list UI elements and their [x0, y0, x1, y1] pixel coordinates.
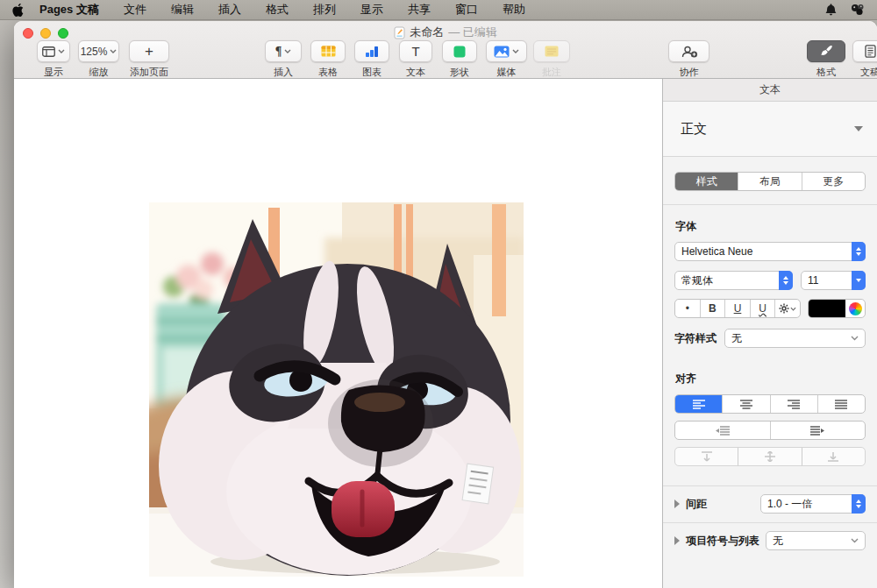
align-left-button[interactable]: [675, 395, 723, 413]
notification-bell-icon[interactable]: [825, 4, 837, 17]
menu-item-edit[interactable]: 编辑: [171, 2, 194, 18]
toolbar-collaborate[interactable]: 协作: [668, 40, 709, 62]
horizontal-alignment-control: [674, 394, 866, 414]
color-wheel-icon[interactable]: [849, 302, 862, 315]
inspector-header: 文本: [663, 79, 877, 102]
toolbar-document[interactable]: 文稿: [852, 40, 877, 62]
bold-button[interactable]: B: [701, 300, 726, 317]
menu-item-insert[interactable]: 插入: [218, 2, 241, 18]
stepper-icon[interactable]: [852, 242, 866, 261]
emphasis-dot-button[interactable]: •: [675, 300, 701, 317]
text-color-well[interactable]: [808, 299, 866, 318]
toolbar-insert-label: 插入: [274, 66, 293, 79]
chart-icon: [365, 46, 379, 57]
toolbar-table-label: 表格: [318, 66, 338, 79]
char-style-select[interactable]: 无: [724, 329, 866, 348]
toolbar-text-label: 文本: [406, 66, 425, 79]
chevron-down-icon: [284, 49, 291, 53]
toolbar-insert[interactable]: ¶ 插入: [265, 40, 302, 62]
char-style-value: 无: [731, 331, 742, 346]
window-chrome: 未命名 — 已编辑 显示 125% 缩放 + 添加页面: [14, 21, 877, 79]
spacing-select[interactable]: 1.0 - 一倍: [760, 494, 866, 514]
toolbar-add-page[interactable]: + 添加页面: [129, 40, 169, 62]
zoom-level-value: 125%: [81, 46, 108, 58]
document-title: 未命名: [410, 25, 444, 40]
font-weight-value: 常规体: [681, 273, 713, 288]
color-swatch-black[interactable]: [809, 300, 845, 317]
shape-icon: [453, 46, 466, 58]
align-center-button[interactable]: [723, 395, 770, 413]
disclosure-triangle-icon[interactable]: [674, 499, 680, 508]
toolbar-zoom[interactable]: 125% 缩放: [78, 40, 119, 62]
indent-button[interactable]: [771, 422, 866, 439]
media-icon: [494, 46, 510, 58]
underline-button[interactable]: U: [725, 300, 751, 317]
valign-middle-button: [738, 448, 802, 465]
document-icon: [865, 45, 876, 58]
tab-style[interactable]: 样式: [675, 173, 738, 190]
align-right-button[interactable]: [771, 395, 818, 413]
bullets-row: 项目符号与列表 无: [663, 523, 877, 557]
spacing-value: 1.0 - 一倍: [767, 497, 812, 512]
toolbar-view[interactable]: 显示: [37, 40, 70, 62]
chevron-down-icon: [851, 336, 859, 341]
toolbar-table[interactable]: 表格: [310, 40, 346, 62]
husky-pillow-image[interactable]: [149, 202, 524, 577]
spacing-row: 间距 1.0 - 一倍: [663, 486, 877, 521]
apple-icon: [12, 4, 24, 17]
toolbar-media[interactable]: 媒体: [486, 40, 527, 62]
advanced-options-button[interactable]: [775, 300, 800, 317]
underline-wavy-button[interactable]: U: [751, 300, 776, 317]
toolbar-text[interactable]: T 文本: [399, 40, 432, 62]
menu-item-arrange[interactable]: 排列: [313, 2, 336, 18]
font-family-select[interactable]: Helvetica Neue: [674, 242, 866, 261]
text-t-icon: T: [411, 44, 419, 59]
spacing-label: 间距: [686, 497, 754, 512]
font-family-value: Helvetica Neue: [681, 245, 752, 258]
toolbar-shape[interactable]: 形状: [442, 40, 477, 62]
font-style-buttons: • B U U: [674, 299, 801, 318]
tab-layout[interactable]: 布局: [738, 173, 802, 190]
font-weight-select[interactable]: 常规体: [674, 271, 793, 290]
document-canvas[interactable]: [14, 79, 662, 588]
control-center-icon[interactable]: [851, 4, 865, 16]
format-inspector: 文本 正文 样式 布局 更多 字体 Helvetica Neue 常规体 11: [662, 79, 877, 588]
toolbar-document-label: 文稿: [860, 66, 877, 79]
indent-control: [674, 421, 866, 440]
toolbar-chart[interactable]: 图表: [354, 40, 389, 62]
bullets-value: 无: [773, 534, 783, 549]
table-icon: [321, 46, 336, 57]
stepper-icon[interactable]: [779, 271, 793, 290]
menu-item-app[interactable]: Pages 文稿: [39, 2, 99, 18]
menu-item-file[interactable]: 文件: [124, 2, 146, 18]
comment-note-icon: [545, 46, 559, 57]
menu-item-window[interactable]: 窗口: [455, 2, 478, 18]
toolbar-zoom-label: 缩放: [89, 66, 109, 79]
menu-item-share[interactable]: 共享: [408, 2, 431, 18]
align-justify-button[interactable]: [818, 395, 865, 413]
bullets-label: 项目符号与列表: [686, 534, 759, 549]
vertical-alignment-control: [674, 447, 866, 466]
plus-icon: +: [145, 43, 153, 60]
outdent-button[interactable]: [675, 422, 771, 439]
chevron-down-icon: [58, 49, 65, 53]
toolbar-format[interactable]: 格式: [807, 40, 845, 62]
chevron-down-icon: [790, 307, 796, 311]
bullets-select[interactable]: 无: [766, 531, 866, 550]
menu-item-help[interactable]: 帮助: [503, 2, 525, 18]
inspector-tabs: 样式 布局 更多: [674, 172, 866, 191]
stepper-icon[interactable]: [852, 494, 866, 514]
paragraph-style-selector[interactable]: 正文: [663, 102, 877, 157]
pages-doc-icon: [394, 26, 405, 39]
toolbar-media-label: 媒体: [497, 66, 517, 79]
toolbar-shape-label: 形状: [450, 66, 469, 79]
disclosure-triangle-icon[interactable]: [674, 536, 680, 545]
collaborate-person-icon: [681, 46, 698, 58]
tab-more[interactable]: 更多: [802, 173, 865, 190]
apple-menu[interactable]: [12, 4, 24, 17]
font-size-select[interactable]: 11: [801, 271, 866, 290]
menu-item-format[interactable]: 格式: [266, 2, 289, 18]
font-size-dropdown-icon[interactable]: [852, 271, 866, 290]
char-style-label: 字符样式: [674, 331, 717, 346]
menu-item-view[interactable]: 显示: [360, 2, 383, 18]
